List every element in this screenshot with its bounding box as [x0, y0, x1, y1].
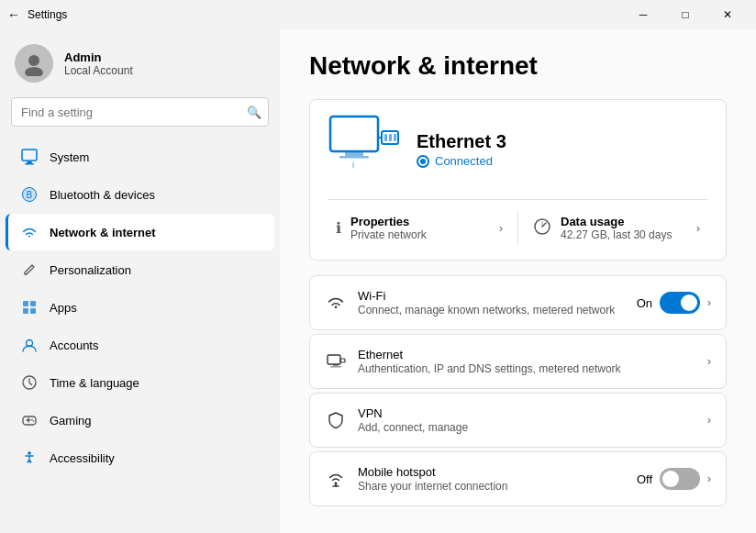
ethernet-top: Ethernet 3 Connected [328, 115, 707, 184]
search-icon: 🔍 [247, 105, 261, 119]
sidebar-item-personalization[interactable]: Personalization [6, 251, 274, 288]
ethernet-name: Ethernet 3 [417, 131, 506, 152]
ethernet-row-subtitle: Authentication, IP and DNS settings, met… [358, 362, 696, 375]
sidebar-item-gaming[interactable]: Gaming [6, 402, 274, 439]
sidebar-item-system[interactable]: System [6, 139, 274, 175]
svg-rect-20 [339, 156, 369, 159]
sidebar-item-time[interactable]: Time & language [6, 364, 274, 401]
sidebar-item-apps[interactable]: Apps [6, 289, 274, 326]
vpn-chevron: › [707, 414, 711, 427]
user-info: Admin Local Account [64, 50, 133, 77]
wifi-subtitle: Connect, manage known networks, metered … [358, 304, 626, 316]
sidebar-nav: System B Bluetooth & devices [0, 138, 280, 477]
sidebar-item-network[interactable]: Network & internet [6, 214, 274, 250]
sidebar-item-bluetooth[interactable]: B Bluetooth & devices [6, 176, 274, 213]
svg-text:B: B [27, 190, 33, 200]
hotspot-subtitle: Share your internet connection [358, 480, 626, 493]
apps-icon [20, 298, 39, 316]
ethernet-row-icon [325, 350, 347, 372]
svg-point-16 [33, 420, 35, 422]
bluetooth-icon: B [20, 185, 39, 204]
svg-rect-19 [345, 151, 363, 156]
sidebar-item-accessibility-label: Accessibility [50, 451, 115, 465]
accounts-icon [20, 336, 39, 354]
properties-sub: Private network [350, 228, 427, 241]
svg-rect-23 [389, 134, 392, 141]
ethernet-info: Ethernet 3 Connected [417, 131, 506, 168]
wifi-text: Wi-Fi Connect, manage known networks, me… [358, 289, 626, 316]
sidebar-item-time-label: Time & language [50, 376, 139, 390]
personalization-icon [20, 261, 39, 279]
properties-label: Properties [350, 215, 427, 228]
sidebar-item-bluetooth-label: Bluetooth & devices [50, 188, 155, 202]
app-title: Settings [28, 8, 67, 21]
hotspot-row[interactable]: Mobile hotspot Share your internet conne… [309, 451, 727, 506]
search-box: 🔍 [11, 97, 269, 127]
title-bar-left: ← Settings [7, 7, 67, 22]
data-usage-label: Data usage [561, 215, 672, 228]
user-name: Admin [64, 50, 133, 64]
data-usage-icon [533, 217, 551, 239]
vpn-row[interactable]: VPN Add, connect, manage › [309, 393, 727, 448]
user-role: Local Account [64, 64, 133, 77]
svg-point-15 [31, 419, 33, 421]
close-button[interactable]: ✕ [706, 0, 749, 29]
sidebar: Admin Local Account 🔍 System [0, 29, 280, 533]
ethernet-row-right: › [707, 355, 711, 368]
sidebar-item-network-label: Network & internet [50, 226, 156, 239]
window-controls: ─ □ ✕ [622, 0, 749, 29]
wifi-title: Wi-Fi [358, 289, 626, 303]
data-usage-link[interactable]: Data usage 42.27 GB, last 30 days › [526, 211, 707, 245]
ethernet-row-title: Ethernet [358, 348, 696, 361]
title-bar: ← Settings ─ □ ✕ [0, 0, 756, 29]
vpn-title: VPN [358, 406, 696, 420]
system-icon [20, 148, 39, 166]
avatar [15, 44, 53, 83]
data-usage-sub: 42.27 GB, last 30 days [561, 228, 672, 241]
svg-rect-25 [352, 162, 354, 168]
vpn-icon [325, 409, 347, 431]
sidebar-item-gaming-label: Gaming [50, 414, 92, 428]
svg-rect-30 [340, 359, 345, 362]
wifi-chevron: › [707, 296, 711, 309]
sidebar-item-accounts[interactable]: Accounts [6, 327, 274, 363]
svg-rect-8 [23, 301, 28, 306]
svg-rect-9 [30, 301, 36, 306]
ethernet-card: Ethernet 3 Connected ℹ Properties Privat… [309, 99, 727, 261]
svg-rect-2 [22, 150, 37, 161]
sidebar-item-accessibility[interactable]: Accessibility [6, 439, 274, 476]
svg-rect-3 [27, 161, 32, 163]
svg-rect-22 [384, 134, 387, 141]
search-input[interactable] [11, 97, 269, 127]
hotspot-toggle[interactable] [660, 468, 700, 490]
accessibility-icon [20, 449, 39, 467]
link-divider [517, 211, 518, 245]
main-content: Network & internet [280, 29, 756, 533]
maximize-button[interactable]: □ [664, 0, 706, 29]
hotspot-icon [325, 468, 347, 490]
sidebar-item-system-label: System [50, 150, 89, 164]
properties-link[interactable]: ℹ Properties Private network › [328, 211, 510, 245]
ethernet-row[interactable]: Ethernet Authentication, IP and DNS sett… [309, 334, 727, 389]
vpn-right: › [707, 414, 711, 427]
ethernet-chevron: › [707, 355, 711, 368]
wifi-icon [325, 292, 347, 314]
gaming-icon [20, 411, 39, 429]
wifi-row[interactable]: Wi-Fi Connect, manage known networks, me… [309, 275, 727, 330]
sidebar-item-personalization-label: Personalization [50, 263, 131, 277]
properties-info-icon: ℹ [336, 219, 341, 237]
wifi-toggle[interactable] [660, 292, 700, 314]
vpn-subtitle: Add, connect, manage [358, 421, 696, 434]
app-body: Admin Local Account 🔍 System [0, 29, 756, 533]
wifi-right: On › [637, 292, 711, 314]
ethernet-row-text: Ethernet Authentication, IP and DNS sett… [358, 348, 696, 375]
wifi-toggle-label: On [637, 296, 652, 310]
ethernet-hero-icon [328, 115, 402, 184]
network-icon [20, 223, 39, 241]
svg-rect-18 [330, 117, 378, 151]
sidebar-item-accounts-label: Accounts [50, 339, 98, 352]
minimize-button[interactable]: ─ [622, 0, 664, 29]
svg-point-1 [25, 67, 43, 76]
back-icon[interactable]: ← [7, 7, 20, 22]
properties-chevron: › [499, 222, 503, 235]
